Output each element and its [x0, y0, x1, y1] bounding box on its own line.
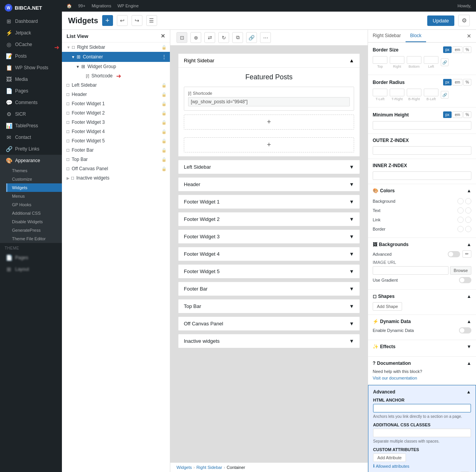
add-shape-button[interactable]: Add Shape [373, 302, 402, 311]
border-bottom-input[interactable] [407, 56, 421, 64]
unit-percent-btn[interactable]: % [463, 46, 471, 53]
list-item-footer-5[interactable]: □ Footer Widget 5 🔒 [62, 136, 170, 145]
more-options-button[interactable]: ⋯ [260, 32, 271, 43]
duplicate-button[interactable]: ⧉ [232, 32, 243, 43]
border-top-input[interactable] [373, 56, 387, 64]
tab-right-sidebar[interactable]: Right Sidebar [368, 30, 406, 42]
list-item-footer-2[interactable]: □ Footer Widget 2 🔒 [62, 108, 170, 118]
topbar-updates[interactable]: 99+ [78, 3, 86, 8]
html-anchor-input[interactable] [373, 404, 471, 412]
collapse-icon[interactable]: ▲ [349, 58, 354, 63]
sidebar-item-posts[interactable]: 📝 Posts [0, 50, 62, 62]
edit-bg-button[interactable]: ✏ [462, 250, 471, 258]
fw4-header[interactable]: Footer Widget 4 ▼ [178, 247, 360, 261]
topbar-wpengine[interactable]: WP Engine [117, 3, 139, 8]
list-item-footer-bar[interactable]: □ Footer Bar 🔒 [62, 145, 170, 155]
radius-bl-input[interactable] [424, 89, 438, 96]
radius-unit-percent[interactable]: % [463, 79, 471, 86]
sidebar-item-ocache[interactable]: ◎ OCache [0, 39, 62, 50]
sidebar-item-menus[interactable]: Menus [6, 192, 62, 200]
radius-tr-input[interactable] [390, 89, 404, 96]
header-section-header[interactable]: Header ▼ [178, 178, 360, 191]
settings-button[interactable]: ⚙ [458, 15, 470, 26]
border-color-circle-1[interactable] [457, 226, 464, 232]
radius-br-input[interactable] [407, 89, 421, 96]
options-button[interactable]: ⋮ [161, 54, 167, 60]
image-url-input[interactable] [373, 266, 449, 275]
sidebar-item-additional-css[interactable]: Additional CSS [6, 209, 62, 217]
border-link-button[interactable]: 🔗 [441, 58, 449, 66]
fw3-header[interactable]: Footer Widget 3 ▼ [178, 230, 360, 243]
backgrounds-collapse-icon[interactable]: ▲ [467, 242, 471, 247]
sidebar-item-widgets[interactable]: Widgets [6, 183, 62, 192]
shapes-collapse-icon[interactable]: ▲ [467, 294, 471, 299]
align-tool-button[interactable]: ⊕ [190, 32, 201, 43]
sidebar-item-contact[interactable]: ✉ Contact [0, 132, 62, 143]
minheight-unit-px[interactable]: px [443, 111, 452, 118]
undo-canvas-button[interactable]: ⇄ [204, 32, 215, 43]
sidebar-item-media[interactable]: 🖼 Media [0, 74, 62, 85]
left-sidebar-header[interactable]: Left Sidebar ▼ [178, 160, 360, 174]
add-inner-block-button[interactable]: + [184, 115, 354, 130]
sidebar-item-pretty-links[interactable]: 🔗 Pretty Links [0, 143, 62, 155]
breadcrumb-right-sidebar[interactable]: Right Sidebar [196, 465, 222, 470]
fw2-header[interactable]: Footer Widget 2 ▼ [178, 212, 360, 226]
border-color-circle-2[interactable] [465, 226, 471, 232]
list-item-inactive-widgets[interactable]: ▶ □ Inactive widgets [62, 173, 170, 183]
sidebar-item-theme-file-editor[interactable]: Theme File Editor [6, 234, 62, 243]
text-color-circle-1[interactable] [457, 207, 464, 214]
list-item-top-bar[interactable]: □ Top Bar 🔒 [62, 155, 170, 164]
dynamic-data-collapse-icon[interactable]: ▲ [467, 319, 471, 324]
topbar-home[interactable]: 🏠 [67, 3, 72, 9]
list-view-button[interactable]: ☰ [146, 15, 157, 26]
link-color-circle-2[interactable] [465, 217, 471, 223]
minheight-unit-em[interactable]: em [452, 111, 462, 118]
use-gradient-toggle[interactable] [459, 277, 471, 283]
list-item-off-canvas[interactable]: □ Off Canvas Panel 🔒 [62, 164, 170, 173]
expand-icon[interactable]: ▼ [349, 181, 354, 187]
topbar-migrations[interactable]: Migrations [92, 3, 111, 8]
redo-button[interactable]: ↪ [132, 15, 142, 26]
enable-dynamic-toggle[interactable] [459, 327, 471, 333]
list-item-footer-4[interactable]: □ Footer Widget 4 🔒 [62, 127, 170, 136]
top-bar-section-header[interactable]: Top Bar ▼ [178, 299, 360, 313]
radius-link-button[interactable]: 🔗 [441, 91, 449, 99]
css-classes-input[interactable] [373, 429, 471, 437]
update-button[interactable]: Update [427, 15, 454, 26]
list-item-right-sidebar[interactable]: ▼ □ Right Sidebar 🔒 ➜ [62, 43, 170, 52]
advanced-toggle[interactable] [448, 251, 460, 257]
colors-collapse-icon[interactable]: ▲ [467, 188, 471, 193]
border-right-input[interactable] [390, 56, 404, 64]
site-logo[interactable]: W BIBCA.NET [0, 0, 62, 15]
expand-icon[interactable]: ▼ [349, 303, 354, 309]
list-item-widget-group[interactable]: ▼ ⊞ Widget Group [62, 62, 170, 71]
radius-unit-px[interactable]: px [443, 79, 452, 86]
expand-icon[interactable]: ▼ [349, 251, 354, 257]
sidebar-item-dashboard[interactable]: ⊞ Dashboard [0, 15, 62, 27]
inner-z-index-input[interactable] [373, 171, 471, 180]
list-item-container[interactable]: ▼ ⊞ Container ⋮ [62, 52, 170, 62]
allowed-attrs-link[interactable]: ℹ Allowed attributes [373, 463, 471, 469]
sidebar-item-wp-show-posts[interactable]: 📋 WP Show Posts [0, 62, 62, 74]
sidebar-item-tablepress[interactable]: 📊 TablePress [0, 120, 62, 132]
expand-icon[interactable]: ▼ [349, 164, 354, 170]
expand-icon[interactable]: ▼ [349, 321, 354, 327]
border-left-input[interactable] [424, 56, 438, 64]
browse-button[interactable]: Browse [450, 266, 471, 275]
sidebar-item-themes[interactable]: Themes [6, 166, 62, 175]
effects-expand-icon[interactable]: ▼ [467, 344, 471, 349]
sidebar-item-comments[interactable]: 💬 Comments [0, 97, 62, 108]
tab-block[interactable]: Block [406, 30, 426, 42]
footer-bar-header[interactable]: Footer Bar ▼ [178, 282, 360, 296]
topbar-howdy[interactable]: Howdy, [457, 3, 471, 8]
close-list-view-button[interactable]: ✕ [161, 33, 165, 39]
expand-icon[interactable]: ▼ [349, 338, 354, 344]
add-block-button[interactable]: + [102, 15, 113, 26]
expand-icon[interactable]: ▼ [349, 268, 354, 274]
add-block-below-button[interactable]: + [184, 137, 354, 152]
text-color-circle-2[interactable] [465, 207, 471, 214]
right-sidebar-section-header[interactable]: Right Sidebar ▲ [178, 54, 360, 68]
visit-docs-link[interactable]: Visit our documentation [373, 376, 417, 380]
expand-icon[interactable]: ▼ [349, 216, 354, 222]
sidebar-item-jetpack[interactable]: ⚡ Jetpack [0, 27, 62, 39]
